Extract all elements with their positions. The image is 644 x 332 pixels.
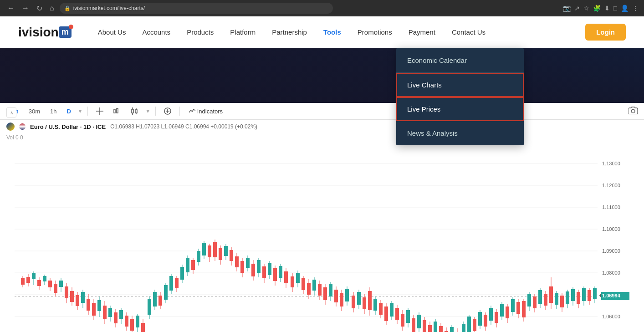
candle-group-6 [352,287,410,331]
svg-rect-103 [235,256,239,267]
svg-rect-115 [268,263,271,275]
nav-products[interactable]: Products [179,16,222,48]
dropdown-news-analysis[interactable]: News & Analysis [396,121,524,145]
logo-badge: m [59,26,72,38]
tools-dropdown-menu: Economic Calendar Live Charts Live Price… [396,48,524,145]
svg-rect-181 [450,327,454,332]
candle-group-1 [21,271,85,310]
collapse-button[interactable]: ∧ [6,107,16,117]
svg-rect-213 [538,290,542,304]
svg-rect-109 [251,264,255,276]
logo-notification-dot [69,25,73,29]
candlestick-tool[interactable] [127,106,143,117]
browser-action-buttons: 📷 ↗ ☆ 🧩 ⬇ □ 👤 ⋮ [563,5,639,12]
share-icon[interactable]: ↗ [574,5,580,12]
svg-rect-225 [571,289,575,301]
extensions-icon[interactable]: 🧩 [593,5,601,12]
price-label-3: 1.11000 [602,204,620,210]
screenshot-icon[interactable]: 📷 [563,5,571,12]
nav-about-us[interactable]: About Us [90,16,134,48]
login-button[interactable]: Login [585,24,626,41]
usd-flag [19,123,26,130]
svg-rect-161 [395,308,399,320]
url-bar[interactable]: 🔒 ivisionmarket.com/live-charts/ [60,3,333,14]
dropdown-live-prices[interactable]: Live Prices [396,97,524,121]
nav-platform[interactable]: Platform [222,16,264,48]
hero-overlay [0,48,644,103]
timeframe-30m[interactable]: 30m [25,107,44,116]
svg-rect-67 [136,316,139,327]
svg-rect-217 [549,286,553,303]
timeframe-dropdown-arrow[interactable]: ▼ [77,108,83,114]
svg-rect-175 [434,322,437,332]
timeframe-1h[interactable]: 1h [46,107,60,116]
home-button[interactable]: ⌂ [48,3,56,13]
svg-rect-63 [125,316,128,327]
crosshair-tool[interactable] [92,106,107,117]
svg-rect-145 [352,296,355,308]
svg-rect-83 [180,267,184,280]
profile-icon[interactable]: 👤 [621,5,629,12]
back-button[interactable]: ← [5,3,16,13]
svg-rect-223 [566,291,569,304]
price-label-5: 1.09000 [602,248,620,254]
svg-rect-73 [153,292,157,306]
toolbar-divider-2 [155,107,156,116]
browser-chrome: ← → ↻ ⌂ 🔒 ivisionmarket.com/live-charts/… [0,0,644,16]
svg-rect-133 [318,284,322,296]
nav-promotions[interactable]: Promotions [349,16,400,48]
nav-partnership[interactable]: Partnership [264,16,315,48]
svg-rect-51 [92,303,96,316]
dropdown-economic-calendar[interactable]: Economic Calendar [396,48,524,73]
svg-rect-189 [473,319,476,331]
candle-group-5 [291,271,349,311]
svg-rect-71 [148,299,151,315]
timeframe-d[interactable]: D [63,107,75,116]
svg-rect-87 [191,260,195,270]
nav-accounts[interactable]: Accounts [134,16,179,48]
screenshot-chart-button[interactable] [629,106,638,116]
svg-rect-177 [439,326,443,332]
svg-rect-101 [230,250,233,261]
svg-rect-219 [555,293,558,305]
svg-rect-159 [390,303,394,317]
svg-rect-137 [329,284,332,296]
main-nav: About Us Accounts Products Platform Part… [90,16,581,48]
svg-rect-233 [593,288,597,299]
svg-rect-85 [186,258,189,272]
svg-rect-207 [522,301,526,317]
add-button[interactable] [160,106,175,117]
logo[interactable]: ivision m [18,25,72,40]
svg-rect-173 [428,325,432,332]
indicators-button[interactable]: Indicators [184,106,227,117]
svg-rect-185 [462,324,465,332]
window-icon[interactable]: □ [613,5,617,12]
svg-rect-155 [379,303,383,315]
svg-rect-209 [527,294,531,306]
svg-rect-169 [417,315,421,328]
svg-rect-229 [582,288,586,301]
candle-group-2 [87,294,145,332]
dropdown-live-charts[interactable]: Live Charts [396,73,524,97]
nav-payment[interactable]: Payment [400,16,444,48]
candlestick-chart[interactable]: + 1.13000 1.12000 1.11000 1.10000 1.0900… [0,142,644,332]
svg-point-13 [631,109,635,113]
forward-button[interactable]: → [20,3,31,13]
svg-rect-75 [158,296,162,306]
svg-rect-65 [130,319,134,331]
bar-chart-tool[interactable] [110,106,124,117]
nav-tools[interactable]: Tools [315,16,349,48]
star-icon[interactable]: ☆ [583,5,589,12]
reload-button[interactable]: ↻ [35,3,44,14]
svg-rect-111 [257,260,261,273]
download-icon[interactable]: ⬇ [604,5,610,12]
menu-icon[interactable]: ⋮ [632,5,639,12]
hero-section [0,48,644,103]
nav-contact-us[interactable]: Contact Us [444,16,494,48]
price-label-6: 1.08000 [602,270,620,276]
svg-rect-47 [81,292,85,303]
svg-rect-193 [484,315,487,327]
svg-rect-117 [273,268,277,281]
svg-rect-143 [345,289,349,301]
chart-type-dropdown[interactable]: ▼ [145,108,151,114]
